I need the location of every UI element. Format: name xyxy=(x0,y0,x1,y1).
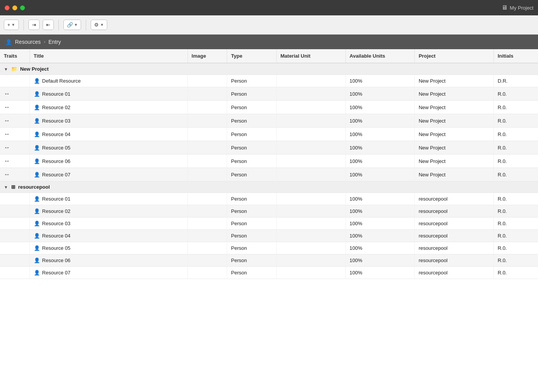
col-header-initials[interactable]: Initials xyxy=(493,49,538,63)
cell-type: Person xyxy=(227,230,276,242)
link-icon: 🔗 xyxy=(67,22,73,28)
cell-material-unit xyxy=(276,168,345,181)
group-header-row[interactable]: ▼ 📁 New Project xyxy=(0,63,538,75)
col-header-image[interactable]: Image xyxy=(188,49,227,63)
cell-title: 👤Resource 03 xyxy=(30,114,188,128)
cell-image xyxy=(188,75,227,87)
cell-available-units: 100% xyxy=(345,87,415,101)
resource-title: Resource 04 xyxy=(42,233,71,239)
cell-image xyxy=(188,230,227,242)
cell-project: New Project xyxy=(415,128,494,141)
minimize-button[interactable] xyxy=(12,5,17,10)
group-header-cell: ▼ ⊞ resourcepool xyxy=(0,181,538,193)
cell-project: resourcepool xyxy=(415,218,494,230)
table-row[interactable]: 👤Resource 05 Person 100% resourcepool R.… xyxy=(0,242,538,254)
resource-title: Resource 06 xyxy=(42,158,71,164)
cell-image xyxy=(188,114,227,128)
add-button[interactable]: + ▼ xyxy=(4,20,19,30)
cell-type: Person xyxy=(227,205,276,218)
cell-traits: ↔ xyxy=(0,168,30,181)
col-header-available-units[interactable]: Available Units xyxy=(345,49,415,63)
cell-initials: R.0. xyxy=(493,193,538,205)
table-row[interactable]: ↔ 👤Resource 02 Person 100% New Project R… xyxy=(0,101,538,114)
settings-chevron: ▼ xyxy=(100,23,104,27)
cell-available-units: 100% xyxy=(345,242,415,254)
breadcrumb-separator: › xyxy=(44,39,45,45)
breadcrumb-root[interactable]: Resources xyxy=(15,39,41,45)
resource-person-icon: 👤 xyxy=(34,105,40,110)
cell-project: New Project xyxy=(415,154,494,168)
resource-title: Resource 05 xyxy=(42,245,71,251)
cell-material-unit xyxy=(276,205,345,218)
cell-initials: R.0. xyxy=(493,242,538,254)
traits-icon: ↔ xyxy=(4,158,10,164)
resource-person-icon: 👤 xyxy=(34,233,40,239)
col-header-type[interactable]: Type xyxy=(227,49,276,63)
table-row[interactable]: ↔ 👤Resource 05 Person 100% New Project R… xyxy=(0,141,538,154)
group-header-row[interactable]: ▼ ⊞ resourcepool xyxy=(0,181,538,193)
resources-table: Traits Title Image Type Material Unit Av… xyxy=(0,49,538,279)
cell-title: 👤Resource 06 xyxy=(30,254,188,267)
cell-material-unit xyxy=(276,218,345,230)
cell-image xyxy=(188,193,227,205)
group-collapse-icon[interactable]: ▼ xyxy=(4,67,8,71)
table-row[interactable]: 👤Resource 07 Person 100% resourcepool R.… xyxy=(0,267,538,279)
table-row[interactable]: 👤Resource 01 Person 100% resourcepool R.… xyxy=(0,193,538,205)
cell-material-unit xyxy=(276,128,345,141)
cell-material-unit xyxy=(276,114,345,128)
table-row[interactable]: ↔ 👤Resource 03 Person 100% New Project R… xyxy=(0,114,538,128)
cell-initials: R.0. xyxy=(493,128,538,141)
resource-title: Resource 02 xyxy=(42,105,71,110)
table-row[interactable]: 👤Default Resource Person 100% New Projec… xyxy=(0,75,538,87)
cell-project: resourcepool xyxy=(415,254,494,267)
cell-type: Person xyxy=(227,218,276,230)
table-row[interactable]: 👤Resource 06 Person 100% resourcepool R.… xyxy=(0,254,538,267)
table-row[interactable]: ↔ 👤Resource 07 Person 100% New Project R… xyxy=(0,168,538,181)
resource-title: Resource 05 xyxy=(42,145,71,151)
indent-in-button[interactable]: ⇤ xyxy=(43,20,54,30)
maximize-button[interactable] xyxy=(20,5,25,10)
col-header-project[interactable]: Project xyxy=(415,49,494,63)
cell-traits xyxy=(0,205,30,218)
resource-person-icon: 👤 xyxy=(34,245,40,251)
cell-image xyxy=(188,87,227,101)
cell-title: 👤Resource 06 xyxy=(30,154,188,168)
breadcrumb-person-icon: 👤 xyxy=(5,39,12,45)
cell-initials: R.0. xyxy=(493,205,538,218)
table-row[interactable]: 👤Resource 02 Person 100% resourcepool R.… xyxy=(0,205,538,218)
table-row[interactable]: 👤Resource 04 Person 100% resourcepool R.… xyxy=(0,230,538,242)
indent-out-icon: ⇥ xyxy=(32,22,36,28)
table-row[interactable]: ↔ 👤Resource 04 Person 100% New Project R… xyxy=(0,128,538,141)
group-collapse-icon[interactable]: ▼ xyxy=(4,185,8,189)
cell-project: New Project xyxy=(415,141,494,154)
toolbar-divider-1 xyxy=(23,20,24,30)
indent-out-button[interactable]: ⇥ xyxy=(28,20,40,30)
cell-material-unit xyxy=(276,154,345,168)
cell-project: New Project xyxy=(415,114,494,128)
group-name: resourcepool xyxy=(18,184,50,190)
cell-traits xyxy=(0,230,30,242)
settings-button[interactable]: ⚙ ▼ xyxy=(91,20,107,30)
table-row[interactable]: 👤Resource 03 Person 100% resourcepool R.… xyxy=(0,218,538,230)
link-button[interactable]: 🔗 ▼ xyxy=(63,20,81,30)
table-row[interactable]: ↔ 👤Resource 01 Person 100% New Project R… xyxy=(0,87,538,101)
cell-title: 👤Default Resource xyxy=(30,75,188,87)
col-header-material-unit[interactable]: Material Unit xyxy=(276,49,345,63)
close-button[interactable] xyxy=(5,5,10,10)
table-header-row: Traits Title Image Type Material Unit Av… xyxy=(0,49,538,63)
col-header-title[interactable]: Title xyxy=(30,49,188,63)
cell-image xyxy=(188,128,227,141)
cell-traits xyxy=(0,254,30,267)
table-row[interactable]: ↔ 👤Resource 06 Person 100% New Project R… xyxy=(0,154,538,168)
cell-available-units: 100% xyxy=(345,128,415,141)
cell-project: resourcepool xyxy=(415,230,494,242)
cell-title: 👤Resource 07 xyxy=(30,168,188,181)
cell-initials: R.0. xyxy=(493,218,538,230)
cell-type: Person xyxy=(227,87,276,101)
cell-title: 👤Resource 03 xyxy=(30,218,188,230)
cell-project: resourcepool xyxy=(415,242,494,254)
resource-person-icon: 👤 xyxy=(34,145,40,151)
cell-available-units: 100% xyxy=(345,168,415,181)
col-header-traits[interactable]: Traits xyxy=(0,49,30,63)
cell-traits: ↔ xyxy=(0,154,30,168)
